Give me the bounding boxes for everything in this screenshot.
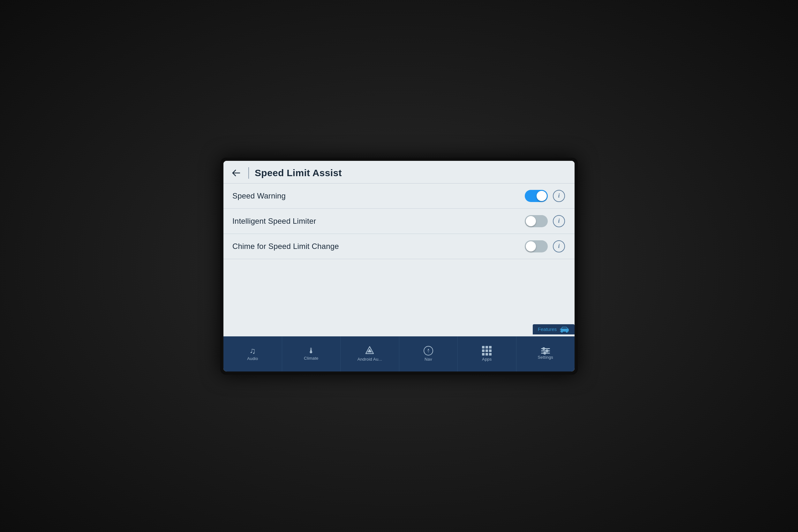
- chime-speed-limit-label: Chime for Speed Limit Change: [232, 242, 525, 251]
- nav-item-nav[interactable]: Nav: [399, 336, 458, 372]
- nav-item-android-auto[interactable]: Android Au...: [341, 336, 399, 372]
- nav-label-android-auto: Android Au...: [358, 357, 382, 362]
- audio-icon: ♫: [250, 347, 256, 355]
- nav-bar: Features ♫ Audio 🌡: [224, 336, 574, 372]
- nav-label-climate: Climate: [304, 356, 318, 361]
- chime-speed-limit-toggle[interactable]: [525, 240, 548, 252]
- svg-point-2: [566, 330, 568, 332]
- speed-warning-row: Speed Warning i: [224, 184, 574, 209]
- intelligent-speed-limiter-toggle[interactable]: [525, 215, 548, 227]
- screen-bezel: Speed Limit Assist Speed Warning i I: [220, 158, 578, 375]
- nav-label-audio: Audio: [247, 356, 258, 361]
- car-surround: Speed Limit Assist Speed Warning i I: [0, 0, 798, 532]
- intelligent-speed-limiter-label: Intelligent Speed Limiter: [232, 217, 525, 226]
- intelligent-speed-limiter-info-button[interactable]: i: [553, 215, 565, 227]
- chime-speed-limit-controls: i: [525, 240, 565, 252]
- toggle-thumb-2: [526, 216, 536, 226]
- speed-warning-info-button[interactable]: i: [553, 190, 565, 202]
- intelligent-speed-limiter-row: Intelligent Speed Limiter i: [224, 209, 574, 234]
- nav-item-climate[interactable]: 🌡 Climate: [282, 336, 341, 372]
- header: Speed Limit Assist: [224, 161, 574, 184]
- toggle-thumb: [536, 191, 547, 201]
- features-label: Features: [538, 326, 557, 332]
- screen: Speed Limit Assist Speed Warning i I: [224, 161, 574, 372]
- features-car-icon: [559, 326, 569, 332]
- apps-icon: [482, 346, 492, 356]
- svg-marker-6: [428, 348, 429, 351]
- header-divider: [248, 167, 249, 179]
- nav-label-settings: Settings: [537, 355, 553, 360]
- settings-icon: [541, 348, 550, 354]
- nav-label-nav: Nav: [424, 357, 432, 362]
- nav-item-settings[interactable]: Settings: [516, 336, 575, 372]
- chime-speed-limit-info-button[interactable]: i: [553, 240, 565, 252]
- android-auto-icon: [365, 346, 374, 355]
- nav-label-apps: Apps: [482, 357, 492, 362]
- nav-compass-icon: [423, 346, 433, 356]
- svg-point-1: [561, 330, 563, 332]
- content-area: Speed Warning i Intelligent Speed Limite…: [224, 184, 574, 336]
- speed-warning-controls: i: [525, 190, 565, 202]
- intelligent-speed-limiter-controls: i: [525, 215, 565, 227]
- svg-rect-3: [560, 329, 561, 330]
- toggle-thumb-3: [526, 241, 536, 251]
- speed-warning-label: Speed Warning: [232, 191, 525, 201]
- nav-item-audio[interactable]: ♫ Audio: [224, 336, 282, 372]
- climate-icon: 🌡: [307, 347, 315, 355]
- back-button[interactable]: [230, 167, 243, 179]
- features-tab[interactable]: Features: [533, 324, 574, 335]
- speed-warning-toggle[interactable]: [525, 190, 548, 202]
- nav-item-apps[interactable]: Apps: [458, 336, 516, 372]
- svg-marker-7: [428, 351, 429, 353]
- page-title: Speed Limit Assist: [255, 168, 342, 178]
- chime-speed-limit-row: Chime for Speed Limit Change i: [224, 234, 574, 259]
